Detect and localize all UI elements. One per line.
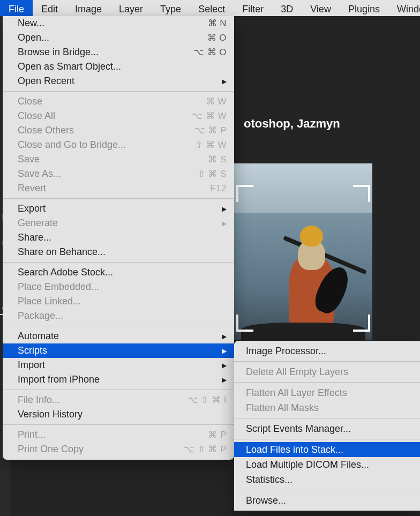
menu-item-statistics[interactable]: Statistics...	[234, 472, 420, 487]
menu-item-close-and-go-to-bridge: Close and Go to Bridge...⇧ ⌘ W	[3, 138, 234, 152]
menu-item-generate: Generate▶	[3, 216, 234, 230]
menubar-item-view[interactable]: View	[302, 0, 340, 16]
menu-item-script-events-manager[interactable]: Script Events Manager...	[234, 421, 420, 436]
menu-item-label: Automate	[18, 331, 218, 342]
menu-item-label: Share on Behance...	[18, 246, 227, 258]
submenu-arrow-icon: ▶	[222, 347, 227, 355]
menu-item-open-recent[interactable]: Open Recent▶	[3, 74, 234, 88]
menu-item-scripts[interactable]: Scripts▶	[3, 343, 234, 358]
menu-item-label: Close and Go to Bridge...	[18, 139, 195, 151]
menu-item-label: Open...	[18, 32, 207, 43]
menu-separator	[3, 390, 234, 390]
menubar-item-3d[interactable]: 3D	[272, 0, 302, 16]
menu-item-export[interactable]: Export▶	[3, 201, 234, 216]
menubar-item-window[interactable]: Window	[388, 0, 420, 16]
menu-item-shortcut: ⌘ P	[208, 429, 227, 440]
menubar-item-filter[interactable]: Filter	[234, 0, 272, 16]
menubar-item-file[interactable]: File	[0, 0, 33, 16]
menu-item-share-on-behance[interactable]: Share on Behance...	[3, 245, 234, 259]
menu-item-close-others: Close Others⌥ ⌘ P	[3, 123, 234, 138]
menubar-item-image[interactable]: Image	[66, 0, 110, 16]
menu-item-label: Place Embedded...	[18, 281, 227, 293]
menu-item-image-processor[interactable]: Image Processor...	[234, 343, 420, 358]
menu-item-file-info: File Info...⌥ ⇧ ⌘ I	[3, 393, 234, 407]
menu-item-shortcut: F12	[210, 183, 227, 194]
menu-item-label: Script Events Manager...	[246, 423, 411, 435]
menu-item-search-adobe-stock[interactable]: Search Adobe Stock...	[3, 265, 234, 280]
menu-item-flatten-all-layer-effects: Flatten All Layer Effects	[234, 385, 420, 400]
menu-item-print: Print...⌘ P	[3, 428, 234, 442]
menu-separator	[3, 198, 234, 199]
submenu-arrow-icon: ▶	[222, 205, 227, 213]
menu-item-label: Flatten All Layer Effects	[246, 387, 411, 399]
menu-item-print-one-copy: Print One Copy⌥ ⇧ ⌘ P	[3, 442, 234, 457]
recent-file-thumbnail[interactable]	[234, 163, 372, 340]
menu-item-shortcut: ⇧ ⌘ W	[195, 139, 227, 151]
menu-item-label: Browse in Bridge...	[18, 47, 193, 58]
menubar-item-plugins[interactable]: Plugins	[340, 0, 388, 16]
menu-item-automate[interactable]: Automate▶	[3, 329, 234, 343]
menu-separator	[3, 326, 234, 326]
menubar-item-layer[interactable]: Layer	[110, 0, 152, 16]
scripts-submenu[interactable]: Image Processor...Delete All Empty Layer…	[234, 341, 420, 511]
menu-item-place-linked: Place Linked...	[3, 294, 234, 309]
menu-item-label: Image Processor...	[246, 346, 411, 357]
menu-item-shortcut: ⇧ ⌘ S	[198, 168, 227, 180]
menu-item-shortcut: ⌘ N	[208, 18, 227, 29]
menu-item-version-history[interactable]: Version History	[3, 407, 234, 422]
menu-item-import[interactable]: Import▶	[3, 358, 234, 372]
menu-item-label: Load Multiple DICOM Files...	[246, 459, 411, 470]
menu-item-label: Open as Smart Object...	[18, 61, 227, 72]
menu-item-shortcut: ⌘ S	[208, 154, 227, 165]
submenu-arrow-icon: ▶	[222, 362, 227, 369]
menu-item-open[interactable]: Open...⌘ O	[3, 31, 234, 45]
menu-separator	[234, 382, 420, 383]
menu-item-label: Flatten All Masks	[246, 402, 411, 414]
menu-item-label: Search Adobe Stock...	[18, 267, 227, 278]
menu-item-save: Save⌘ S	[3, 152, 234, 167]
menu-separator	[234, 418, 420, 418]
menu-item-label: Version History	[18, 409, 227, 420]
menu-item-load-multiple-dicom-files[interactable]: Load Multiple DICOM Files...	[234, 457, 420, 472]
menu-item-shortcut: ⌘ W	[206, 96, 227, 107]
menu-item-shortcut: ⌥ ⇧ ⌘ I	[188, 394, 227, 406]
menu-item-shortcut: ⌥ ⌘ P	[194, 125, 227, 136]
menu-item-delete-all-empty-layers: Delete All Empty Layers	[234, 364, 420, 379]
menu-item-close-all: Close All⌥ ⌘ W	[3, 109, 234, 123]
menu-item-shortcut: ⌥ ⌘ O	[193, 47, 227, 58]
menu-item-label: Save As...	[18, 168, 198, 180]
thumbnail-canoe	[241, 323, 365, 340]
menu-item-label: Share...	[18, 232, 227, 243]
menu-item-label: Print One Copy	[18, 444, 184, 455]
menu-item-load-files-into-stack[interactable]: Load Files into Stack...	[234, 442, 420, 457]
file-menu-dropdown[interactable]: New...⌘ NOpen...⌘ OBrowse in Bridge...⌥ …	[3, 16, 234, 460]
menu-item-label: Package...	[18, 310, 227, 321]
menu-item-import-from-iphone[interactable]: Import from iPhone▶	[3, 372, 234, 387]
menubar-item-type[interactable]: Type	[152, 0, 190, 16]
menu-item-label: Place Linked...	[18, 296, 227, 307]
menu-item-open-as-smart-object[interactable]: Open as Smart Object...	[3, 59, 234, 74]
crop-bracket-icon	[236, 185, 253, 202]
menubar-item-edit[interactable]: Edit	[33, 0, 66, 16]
menubar[interactable]: FileEditImageLayerTypeSelectFilter3DView…	[0, 0, 420, 16]
menu-item-close: Close⌘ W	[3, 94, 234, 109]
menu-item-browse[interactable]: Browse...	[234, 493, 420, 508]
menu-separator	[234, 490, 420, 490]
submenu-arrow-icon: ▶	[222, 220, 227, 227]
menu-item-label: Statistics...	[246, 474, 411, 485]
menu-item-share[interactable]: Share...	[3, 230, 234, 245]
menu-item-flatten-all-masks: Flatten All Masks	[234, 400, 420, 415]
menu-item-browse-in-bridge[interactable]: Browse in Bridge...⌥ ⌘ O	[3, 45, 234, 59]
menu-item-new[interactable]: New...⌘ N	[3, 16, 234, 31]
menu-item-revert: RevertF12	[3, 181, 234, 196]
menu-item-label: Delete All Empty Layers	[246, 367, 411, 378]
menu-separator	[234, 439, 420, 439]
menu-item-label: Open Recent	[18, 76, 218, 87]
menubar-item-select[interactable]: Select	[190, 0, 234, 16]
menu-item-save-as: Save As...⇧ ⌘ S	[3, 167, 234, 181]
menu-item-label: Generate	[18, 218, 218, 229]
crop-bracket-icon	[236, 315, 253, 332]
menu-item-label: Import from iPhone	[18, 374, 218, 385]
menu-item-label: Close All	[18, 110, 192, 122]
menu-item-label: Browse...	[246, 495, 411, 506]
